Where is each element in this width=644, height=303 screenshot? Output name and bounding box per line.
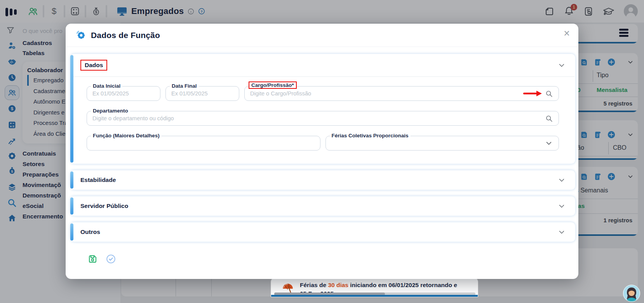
chevron-down-icon[interactable] (545, 139, 553, 147)
departamento-label: Departamento (91, 108, 130, 114)
data-final-label: Data Final (170, 83, 199, 89)
modal-footer (70, 248, 575, 264)
data-final-field[interactable]: Data Final Ex 01/05/2025 (165, 86, 239, 101)
assistant-avatar[interactable] (623, 284, 641, 303)
dados-de-funcao-modal: Dados de Função × Dados Data Inicial Ex … (66, 24, 578, 279)
section-title-estabilidade: Estabilidade (80, 177, 116, 184)
red-arrow-annotation (523, 90, 542, 97)
section-servidor-publico: Servidor Público (70, 196, 575, 216)
chevron-down-icon[interactable] (557, 176, 566, 184)
cargo-profissao-field[interactable]: Cargo/Profissão* Digite o Cargo/Profissã… (244, 86, 559, 101)
close-icon[interactable]: × (564, 28, 570, 39)
section-title-outros: Outros (80, 229, 100, 235)
panel-border (271, 295, 478, 297)
assistant-avatar-image (623, 284, 641, 302)
data-inicial-label: Data Inicial (91, 83, 122, 89)
save-button[interactable] (87, 254, 98, 264)
ferias-coletivas-label: Férias Coletivas Proporcionais (330, 133, 411, 139)
search-icon[interactable] (545, 114, 553, 123)
modal-title: Dados de Função (91, 31, 160, 40)
floppy-save-icon (87, 254, 98, 264)
section-outros-header[interactable]: Outros (70, 222, 575, 242)
search-icon[interactable] (545, 90, 553, 98)
cargo-profissao-label-annotated: Cargo/Profissão* (249, 81, 297, 89)
notification-text: Férias de 30 dias iniciando em 06/01/202… (300, 282, 457, 289)
section-dados-header[interactable]: Dados (70, 54, 575, 76)
vacation-notification: Férias de 30 dias iniciando em 06/01/202… (271, 278, 478, 297)
check-circle-icon (106, 254, 116, 264)
data-final-placeholder: Ex 01/05/2025 (171, 90, 208, 97)
cargo-profissao-placeholder: Digite o Cargo/Profissão (250, 90, 311, 97)
section-estabilidade-header[interactable]: Estabilidade (70, 170, 575, 190)
departamento-field[interactable]: Departamento Digite o departamento ou có… (87, 111, 559, 126)
data-inicial-placeholder: Ex 01/05/2025 (92, 90, 129, 97)
section-title-servidor-publico: Servidor Público (80, 203, 128, 210)
funcao-detalhes-label: Função (Maiores Detalhes) (91, 133, 162, 139)
section-dados: Dados Data Inicial Ex 01/05/2025 Data Fi… (70, 54, 575, 164)
confirm-button[interactable] (106, 254, 116, 264)
app-root: $ Empregados ? 1 (0, 0, 644, 303)
section-servidor-publico-header[interactable]: Servidor Público (70, 196, 575, 216)
section-title-dados-annotated: Dados (80, 60, 107, 71)
chevron-down-icon[interactable] (557, 61, 566, 69)
data-inicial-field[interactable]: Data Inicial Ex 01/05/2025 (87, 86, 160, 101)
funcao-detalhes-field[interactable]: Função (Maiores Detalhes) (87, 136, 320, 151)
ferias-coletivas-select[interactable]: Férias Coletivas Proporcionais (325, 136, 559, 151)
section-outros: Outros (70, 222, 575, 242)
modal-header: Dados de Função × (66, 24, 578, 47)
chevron-down-icon[interactable] (557, 228, 566, 236)
modal-body: Dados Data Inicial Ex 01/05/2025 Data Fi… (66, 47, 578, 264)
departamento-placeholder: Digite o departamento ou código (92, 115, 174, 121)
section-estabilidade: Estabilidade (70, 170, 575, 190)
dados-fields: Data Inicial Ex 01/05/2025 Data Final Ex… (70, 77, 575, 164)
chevron-down-icon[interactable] (557, 202, 566, 210)
gear-settings-icon (76, 30, 86, 40)
highlight-30-dias: 30 dias (328, 282, 348, 288)
